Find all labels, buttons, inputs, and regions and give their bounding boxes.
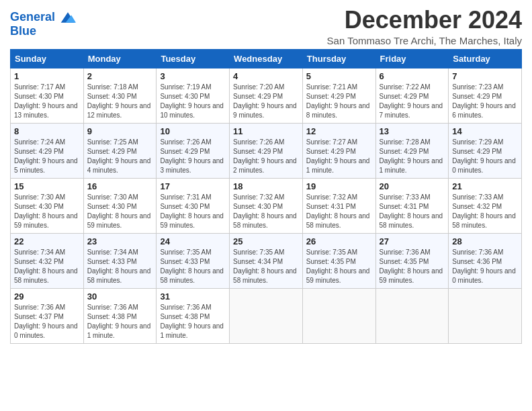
day-cell: 22Sunrise: 7:34 AM Sunset: 4:32 PM Dayli… [11, 233, 84, 288]
day-number: 19 [306, 181, 372, 191]
empty-day-cell [302, 288, 375, 343]
day-info: Sunrise: 7:33 AM Sunset: 4:32 PM Dayligh… [452, 193, 518, 230]
day-number: 23 [87, 236, 153, 246]
day-info: Sunrise: 7:26 AM Sunset: 4:29 PM Dayligh… [233, 138, 299, 175]
weekday-header-monday: Monday [83, 49, 157, 68]
day-info: Sunrise: 7:35 AM Sunset: 4:33 PM Dayligh… [160, 248, 226, 285]
day-info: Sunrise: 7:17 AM Sunset: 4:30 PM Dayligh… [14, 83, 80, 120]
day-number: 20 [380, 181, 445, 191]
day-cell: 7Sunrise: 7:23 AM Sunset: 4:29 PM Daylig… [449, 68, 522, 123]
day-cell: 29Sunrise: 7:36 AM Sunset: 4:37 PM Dayli… [11, 288, 84, 343]
location-subtitle: San Tommaso Tre Archi, The Marches, Ital… [327, 35, 522, 46]
day-number: 24 [160, 236, 226, 246]
day-cell: 31Sunrise: 7:36 AM Sunset: 4:38 PM Dayli… [157, 288, 230, 343]
day-number: 7 [452, 71, 518, 81]
day-number: 27 [380, 236, 445, 246]
day-cell: 27Sunrise: 7:36 AM Sunset: 4:35 PM Dayli… [375, 233, 449, 288]
day-cell: 24Sunrise: 7:35 AM Sunset: 4:33 PM Dayli… [157, 233, 230, 288]
day-cell: 10Sunrise: 7:26 AM Sunset: 4:29 PM Dayli… [157, 123, 230, 178]
day-cell: 25Sunrise: 7:35 AM Sunset: 4:34 PM Dayli… [230, 233, 303, 288]
day-number: 3 [160, 71, 226, 81]
day-info: Sunrise: 7:36 AM Sunset: 4:38 PM Dayligh… [87, 303, 153, 340]
day-info: Sunrise: 7:36 AM Sunset: 4:35 PM Dayligh… [380, 248, 445, 285]
calendar-week-row: 8Sunrise: 7:24 AM Sunset: 4:29 PM Daylig… [11, 123, 522, 178]
day-cell: 3Sunrise: 7:19 AM Sunset: 4:30 PM Daylig… [157, 68, 230, 123]
day-number: 6 [380, 71, 445, 81]
day-cell: 2Sunrise: 7:18 AM Sunset: 4:30 PM Daylig… [83, 68, 157, 123]
day-info: Sunrise: 7:30 AM Sunset: 4:30 PM Dayligh… [87, 193, 153, 230]
day-cell: 9Sunrise: 7:25 AM Sunset: 4:29 PM Daylig… [83, 123, 157, 178]
day-number: 16 [87, 181, 153, 191]
calendar-week-row: 15Sunrise: 7:30 AM Sunset: 4:30 PM Dayli… [11, 178, 522, 233]
day-number: 28 [452, 236, 518, 246]
day-cell: 21Sunrise: 7:33 AM Sunset: 4:32 PM Dayli… [449, 178, 522, 233]
day-number: 25 [233, 236, 299, 246]
day-cell: 19Sunrise: 7:32 AM Sunset: 4:31 PM Dayli… [302, 178, 375, 233]
day-info: Sunrise: 7:35 AM Sunset: 4:34 PM Dayligh… [233, 248, 299, 285]
calendar-table: SundayMondayTuesdayWednesdayThursdayFrid… [10, 49, 522, 344]
day-info: Sunrise: 7:35 AM Sunset: 4:35 PM Dayligh… [306, 248, 372, 285]
day-number: 4 [233, 71, 299, 81]
day-info: Sunrise: 7:23 AM Sunset: 4:29 PM Dayligh… [452, 83, 518, 120]
day-info: Sunrise: 7:28 AM Sunset: 4:29 PM Dayligh… [380, 138, 445, 175]
day-info: Sunrise: 7:25 AM Sunset: 4:29 PM Dayligh… [87, 138, 153, 175]
day-info: Sunrise: 7:21 AM Sunset: 4:29 PM Dayligh… [306, 83, 372, 120]
day-number: 31 [160, 291, 226, 302]
day-info: Sunrise: 7:19 AM Sunset: 4:30 PM Dayligh… [160, 83, 226, 120]
day-number: 22 [14, 236, 80, 246]
day-number: 8 [14, 126, 80, 136]
day-number: 17 [160, 181, 226, 191]
day-info: Sunrise: 7:30 AM Sunset: 4:30 PM Dayligh… [14, 193, 80, 230]
day-cell: 8Sunrise: 7:24 AM Sunset: 4:29 PM Daylig… [11, 123, 84, 178]
day-info: Sunrise: 7:24 AM Sunset: 4:29 PM Dayligh… [14, 138, 80, 175]
logo-text: General [10, 11, 76, 24]
day-number: 15 [14, 181, 80, 191]
day-number: 26 [306, 236, 372, 246]
day-cell: 30Sunrise: 7:36 AM Sunset: 4:38 PM Dayli… [83, 288, 157, 343]
day-info: Sunrise: 7:22 AM Sunset: 4:29 PM Dayligh… [380, 83, 445, 120]
day-info: Sunrise: 7:18 AM Sunset: 4:30 PM Dayligh… [87, 83, 153, 120]
day-cell: 23Sunrise: 7:34 AM Sunset: 4:33 PM Dayli… [83, 233, 157, 288]
weekday-header-saturday: Saturday [449, 49, 522, 68]
day-info: Sunrise: 7:32 AM Sunset: 4:30 PM Dayligh… [233, 193, 299, 230]
day-cell: 15Sunrise: 7:30 AM Sunset: 4:30 PM Dayli… [11, 178, 84, 233]
day-info: Sunrise: 7:26 AM Sunset: 4:29 PM Dayligh… [160, 138, 226, 175]
day-cell: 13Sunrise: 7:28 AM Sunset: 4:29 PM Dayli… [375, 123, 449, 178]
day-info: Sunrise: 7:36 AM Sunset: 4:38 PM Dayligh… [160, 303, 226, 340]
weekday-header-row: SundayMondayTuesdayWednesdayThursdayFrid… [11, 49, 522, 68]
day-number: 10 [160, 126, 226, 136]
day-number: 18 [233, 181, 299, 191]
calendar-week-row: 1Sunrise: 7:17 AM Sunset: 4:30 PM Daylig… [11, 68, 522, 123]
day-cell: 6Sunrise: 7:22 AM Sunset: 4:29 PM Daylig… [375, 68, 449, 123]
day-cell: 5Sunrise: 7:21 AM Sunset: 4:29 PM Daylig… [302, 68, 375, 123]
day-info: Sunrise: 7:34 AM Sunset: 4:33 PM Dayligh… [87, 248, 153, 285]
day-info: Sunrise: 7:31 AM Sunset: 4:30 PM Dayligh… [160, 193, 226, 230]
day-cell: 1Sunrise: 7:17 AM Sunset: 4:30 PM Daylig… [11, 68, 84, 123]
day-cell: 28Sunrise: 7:36 AM Sunset: 4:36 PM Dayli… [449, 233, 522, 288]
day-cell: 4Sunrise: 7:20 AM Sunset: 4:29 PM Daylig… [230, 68, 303, 123]
day-number: 9 [87, 126, 153, 136]
logo: General Blue [10, 11, 76, 38]
weekday-header-sunday: Sunday [11, 49, 84, 68]
day-number: 1 [14, 71, 80, 81]
page-header: General Blue December 2024 San Tommaso T… [10, 7, 522, 46]
day-info: Sunrise: 7:29 AM Sunset: 4:29 PM Dayligh… [452, 138, 518, 175]
title-section: December 2024 San Tommaso Tre Archi, The… [327, 7, 522, 46]
day-number: 12 [306, 126, 372, 136]
empty-day-cell [230, 288, 303, 343]
day-number: 5 [306, 71, 372, 81]
day-cell: 18Sunrise: 7:32 AM Sunset: 4:30 PM Dayli… [230, 178, 303, 233]
day-info: Sunrise: 7:20 AM Sunset: 4:29 PM Dayligh… [233, 83, 299, 120]
logo-blue: Blue [10, 24, 76, 38]
day-info: Sunrise: 7:36 AM Sunset: 4:36 PM Dayligh… [452, 248, 518, 285]
day-cell: 16Sunrise: 7:30 AM Sunset: 4:30 PM Dayli… [83, 178, 157, 233]
day-cell: 17Sunrise: 7:31 AM Sunset: 4:30 PM Dayli… [157, 178, 230, 233]
day-info: Sunrise: 7:36 AM Sunset: 4:37 PM Dayligh… [14, 303, 80, 340]
calendar-week-row: 22Sunrise: 7:34 AM Sunset: 4:32 PM Dayli… [11, 233, 522, 288]
day-number: 29 [14, 291, 80, 302]
empty-day-cell [449, 288, 522, 343]
day-number: 30 [87, 291, 153, 302]
day-info: Sunrise: 7:27 AM Sunset: 4:29 PM Dayligh… [306, 138, 372, 175]
month-title: December 2024 [327, 7, 522, 34]
day-info: Sunrise: 7:33 AM Sunset: 4:31 PM Dayligh… [380, 193, 445, 230]
